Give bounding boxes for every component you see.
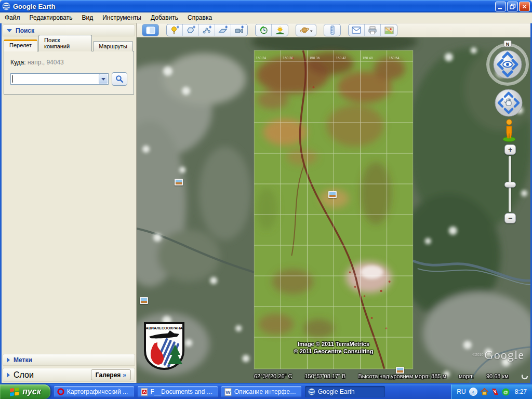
fly-to-label-line: Куда: напр., 94043 bbox=[10, 59, 127, 66]
system-tray: RU ‹ @ 8:27 bbox=[451, 384, 532, 399]
tray-mail-agent-icon[interactable]: @ bbox=[502, 388, 510, 396]
move-joystick[interactable] bbox=[494, 88, 523, 117]
toolbar bbox=[137, 23, 530, 37]
pdf-icon bbox=[141, 388, 148, 396]
search-button[interactable] bbox=[112, 72, 127, 86]
text-caret bbox=[12, 75, 13, 83]
streaming-indicator-icon bbox=[521, 373, 528, 380]
zoom-handle[interactable] bbox=[504, 182, 516, 188]
satellite-terrain: 150 24 150 30 150 36 150 42 150 48 150 5… bbox=[137, 37, 530, 383]
pointer-latitude: 62°34'20.26" С bbox=[254, 373, 292, 379]
task-pdf-document[interactable]: F__Documents and S... bbox=[138, 386, 218, 397]
expand-triangle-icon bbox=[7, 357, 10, 363]
menu-edit[interactable]: Редактировать bbox=[25, 13, 77, 22]
email-icon bbox=[352, 26, 361, 34]
photo-overlay-marker[interactable] bbox=[175, 179, 183, 185]
view-in-maps-button[interactable] bbox=[381, 24, 397, 36]
combo-dropdown-button[interactable] bbox=[99, 74, 108, 84]
minimize-icon bbox=[498, 4, 503, 9]
tab-directions[interactable]: Маршруты bbox=[93, 41, 133, 51]
main-area: 150 24 150 30 150 36 150 42 150 48 150 5… bbox=[137, 23, 530, 383]
image-overlay-region: 150 24 150 30 150 36 150 42 150 48 150 5… bbox=[254, 50, 413, 369]
restore-button[interactable] bbox=[507, 2, 518, 11]
email-button[interactable] bbox=[349, 24, 365, 36]
language-indicator[interactable]: RU bbox=[457, 388, 466, 395]
search-tabs: Перелет Поиск компаний Маршруты bbox=[4, 39, 134, 51]
search-input[interactable] bbox=[10, 73, 109, 85]
menu-view[interactable]: Вид bbox=[77, 13, 98, 22]
photo-overlay-marker[interactable] bbox=[140, 297, 148, 304]
menu-help[interactable]: Справка bbox=[183, 13, 217, 22]
menu-tools[interactable]: Инструменты bbox=[98, 13, 146, 22]
fly-to-tab-body: Куда: напр., 94043 bbox=[4, 51, 134, 95]
zoom-slider[interactable]: + − bbox=[503, 144, 517, 223]
add-path-button[interactable] bbox=[199, 24, 215, 36]
search-panel-title: Поиск bbox=[16, 27, 34, 34]
north-indicator[interactable]: N bbox=[506, 42, 510, 47]
window-content: Поиск Перелет Поиск компаний Маршруты Ку… bbox=[0, 23, 532, 384]
polygon-icon bbox=[186, 25, 196, 35]
sunlight-button[interactable] bbox=[272, 24, 288, 36]
gallery-button[interactable]: Галерея » bbox=[91, 369, 131, 380]
google-earth-icon bbox=[308, 388, 315, 395]
restore-icon bbox=[510, 4, 516, 9]
minimize-button[interactable] bbox=[495, 2, 506, 11]
add-polygon-button[interactable] bbox=[183, 24, 199, 36]
toggle-sidebar-button[interactable] bbox=[142, 24, 158, 36]
pegman-street-view[interactable] bbox=[501, 117, 517, 142]
start-button[interactable]: пуск bbox=[0, 384, 50, 399]
pointer-longitude: 150°57'08.17" В bbox=[305, 373, 346, 379]
svg-text:W: W bbox=[225, 389, 231, 394]
svg-text:150 36: 150 36 bbox=[309, 56, 320, 60]
add-image-overlay-button[interactable] bbox=[215, 24, 231, 36]
gallery-button-label: Галерея bbox=[96, 371, 121, 379]
task-opera[interactable]: Картографический ... bbox=[54, 386, 134, 397]
record-tour-button[interactable] bbox=[231, 24, 247, 36]
sun-icon bbox=[275, 26, 285, 35]
maps-icon bbox=[384, 26, 394, 34]
task-google-earth[interactable]: Google Earth bbox=[305, 386, 385, 397]
gallery-arrows: » bbox=[123, 371, 126, 379]
desktop: Google Earth × Файл Редактировать Вид Ин… bbox=[0, 0, 532, 399]
word-icon: W bbox=[224, 388, 232, 396]
fly-to-label: Куда: bbox=[10, 59, 26, 66]
windows-logo-icon bbox=[9, 387, 20, 396]
photo-overlay-marker[interactable] bbox=[328, 191, 337, 198]
taskbar-clock[interactable]: 8:27 bbox=[515, 388, 527, 395]
status-bar: 62°34'20.26" С 150°57'08.17" В Высота на… bbox=[254, 373, 528, 380]
places-panel-header[interactable]: Метки bbox=[3, 354, 135, 366]
look-joystick[interactable]: N bbox=[486, 41, 529, 86]
historical-imagery-button[interactable] bbox=[256, 24, 272, 36]
print-button[interactable] bbox=[365, 24, 381, 36]
map-viewport[interactable]: 150 24 150 30 150 36 150 42 150 48 150 5… bbox=[137, 37, 530, 383]
hide-icons-chevron[interactable]: ‹ bbox=[469, 388, 477, 396]
window-titlebar[interactable]: Google Earth × bbox=[0, 0, 532, 12]
tab-fly-to[interactable]: Перелет bbox=[4, 39, 37, 51]
close-button[interactable]: × bbox=[519, 2, 530, 11]
start-button-label: пуск bbox=[22, 387, 41, 396]
history-clock-icon bbox=[259, 25, 269, 35]
task-word-document[interactable]: W Описание интерфей... bbox=[221, 386, 301, 397]
tray-antivirus-icon[interactable] bbox=[491, 388, 499, 395]
zoom-in-button[interactable]: + bbox=[504, 144, 516, 155]
chevron-down-icon bbox=[101, 78, 105, 81]
layers-panel-header[interactable]: Слои Галерея » bbox=[3, 368, 135, 382]
layers-panel-title: Слои bbox=[14, 370, 34, 380]
places-panel-title: Метки bbox=[14, 356, 32, 364]
add-placemark-button[interactable] bbox=[167, 24, 183, 36]
svg-text:150 24: 150 24 bbox=[256, 56, 266, 60]
switch-planet-button[interactable] bbox=[296, 24, 316, 36]
tab-find-businesses[interactable]: Поиск компаний bbox=[38, 35, 92, 51]
ruler-button[interactable] bbox=[324, 24, 340, 36]
menu-file[interactable]: Файл bbox=[0, 13, 25, 22]
search-panel: Перелет Поиск компаний Маршруты Куда: на… bbox=[4, 39, 134, 95]
tray-home-icon[interactable] bbox=[481, 388, 488, 395]
google-earth-icon bbox=[2, 2, 10, 10]
svg-text:150 48: 150 48 bbox=[363, 56, 373, 60]
menu-add[interactable]: Добавить bbox=[146, 13, 183, 22]
copyright-year: ©2010 bbox=[473, 353, 484, 356]
saturn-icon bbox=[299, 25, 313, 35]
search-icon bbox=[115, 75, 124, 83]
sidebar-icon bbox=[146, 26, 155, 34]
zoom-out-button[interactable]: − bbox=[504, 213, 516, 223]
